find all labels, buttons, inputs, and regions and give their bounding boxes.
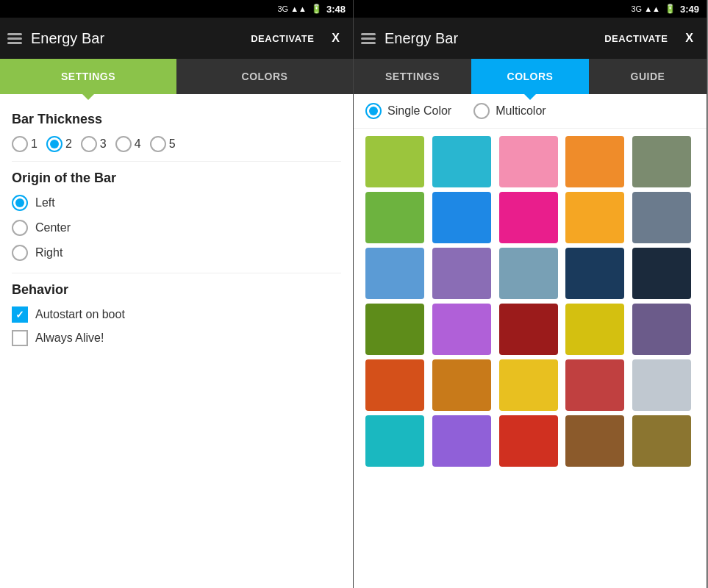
app-title-left: Energy Bar bbox=[31, 30, 239, 47]
color-swatch-0[interactable] bbox=[365, 136, 424, 187]
thickness-5[interactable]: 5 bbox=[150, 136, 176, 152]
right-panel: 3G ▲▲ 🔋 3:49 Energy Bar DEACTIVATE X SET… bbox=[354, 0, 707, 588]
color-grid bbox=[354, 129, 707, 474]
tab-guide-right[interactable]: GUIDE bbox=[589, 59, 707, 94]
time-right: 3:49 bbox=[680, 4, 699, 15]
color-swatch-11[interactable] bbox=[432, 248, 491, 299]
close-button-left[interactable]: X bbox=[326, 27, 346, 49]
color-swatch-2[interactable] bbox=[499, 136, 558, 187]
radio-5[interactable] bbox=[150, 136, 166, 152]
radio-2[interactable] bbox=[46, 136, 62, 152]
app-bar-right: Energy Bar DEACTIVATE X bbox=[354, 18, 707, 59]
always-alive-label: Always Alive! bbox=[35, 331, 104, 345]
multicolor-option[interactable]: Multicolor bbox=[473, 103, 546, 119]
color-swatch-5[interactable] bbox=[365, 192, 424, 243]
autostart-item[interactable]: Autostart on boot bbox=[12, 306, 341, 323]
thickness-3[interactable]: 3 bbox=[81, 136, 107, 152]
app-title-right: Energy Bar bbox=[385, 30, 593, 47]
thickness-4[interactable]: 4 bbox=[115, 136, 141, 152]
radio-multicolor[interactable] bbox=[473, 103, 490, 119]
thickness-group: 1 2 3 4 5 bbox=[12, 136, 341, 152]
color-swatch-19[interactable] bbox=[632, 304, 691, 355]
always-alive-checkbox[interactable] bbox=[12, 330, 28, 346]
color-swatch-26[interactable] bbox=[432, 415, 491, 467]
origin-right[interactable]: Right bbox=[12, 245, 341, 261]
color-swatch-7[interactable] bbox=[499, 192, 558, 243]
tab-bar-left: SETTINGS COLORS bbox=[0, 59, 353, 94]
radio-3[interactable] bbox=[81, 136, 97, 152]
divider-2 bbox=[12, 273, 341, 273]
menu-icon-left bbox=[7, 33, 22, 44]
color-swatch-9[interactable] bbox=[632, 192, 691, 243]
color-swatch-25[interactable] bbox=[365, 415, 424, 467]
single-color-option[interactable]: Single Color bbox=[365, 103, 451, 119]
deactivate-button-right[interactable]: DEACTIVATE bbox=[598, 29, 673, 49]
signal-icon-left: 3G ▲▲ bbox=[277, 4, 307, 13]
single-color-label: Single Color bbox=[387, 104, 451, 118]
color-swatch-13[interactable] bbox=[565, 248, 624, 299]
color-swatch-1[interactable] bbox=[432, 136, 491, 187]
color-swatch-15[interactable] bbox=[365, 304, 424, 355]
color-swatch-12[interactable] bbox=[499, 248, 558, 299]
radio-origin-center[interactable] bbox=[12, 220, 28, 236]
tab-colors-right[interactable]: COLORS bbox=[471, 59, 589, 94]
color-swatch-18[interactable] bbox=[565, 304, 624, 355]
origin-group: Left Center Right bbox=[12, 195, 341, 261]
always-alive-item[interactable]: Always Alive! bbox=[12, 330, 341, 346]
autostart-checkbox[interactable] bbox=[12, 306, 28, 323]
bar-thickness-title: Bar Thickness bbox=[12, 112, 341, 127]
thickness-1[interactable]: 1 bbox=[12, 136, 37, 152]
menu-icon-right bbox=[361, 33, 376, 44]
color-swatch-20[interactable] bbox=[365, 359, 424, 411]
color-swatch-22[interactable] bbox=[499, 359, 558, 411]
time-left: 3:48 bbox=[326, 4, 346, 15]
status-bar-right: 3G ▲▲ 🔋 3:49 bbox=[354, 0, 707, 18]
app-bar-left: Energy Bar DEACTIVATE X bbox=[0, 18, 353, 59]
color-swatch-14[interactable] bbox=[632, 248, 691, 299]
radio-origin-right[interactable] bbox=[12, 245, 28, 261]
color-swatch-10[interactable] bbox=[365, 248, 424, 299]
color-swatch-8[interactable] bbox=[565, 192, 624, 243]
left-panel: 3G ▲▲ 🔋 3:48 Energy Bar DEACTIVATE X SET… bbox=[0, 0, 354, 588]
color-swatch-29[interactable] bbox=[632, 415, 691, 467]
color-swatch-16[interactable] bbox=[432, 304, 491, 355]
close-button-right[interactable]: X bbox=[679, 27, 699, 49]
tab-settings-right[interactable]: SETTINGS bbox=[354, 59, 471, 94]
battery-icon-right: 🔋 bbox=[665, 4, 676, 14]
autostart-label: Autostart on boot bbox=[35, 308, 125, 321]
thickness-2[interactable]: 2 bbox=[46, 136, 72, 152]
radio-1[interactable] bbox=[12, 136, 28, 152]
color-swatch-4[interactable] bbox=[632, 136, 691, 187]
divider-1 bbox=[12, 161, 341, 162]
color-swatch-27[interactable] bbox=[499, 415, 558, 467]
battery-icon-left: 🔋 bbox=[311, 4, 322, 14]
status-bar-left: 3G ▲▲ 🔋 3:48 bbox=[0, 0, 353, 18]
multicolor-label: Multicolor bbox=[496, 104, 546, 118]
tab-colors-left[interactable]: COLORS bbox=[176, 59, 353, 94]
color-swatch-23[interactable] bbox=[565, 359, 624, 411]
signal-icon-right: 3G ▲▲ bbox=[631, 4, 660, 13]
radio-4[interactable] bbox=[115, 136, 132, 152]
color-swatch-3[interactable] bbox=[565, 136, 624, 187]
color-swatch-21[interactable] bbox=[432, 359, 491, 411]
color-swatch-24[interactable] bbox=[632, 359, 691, 411]
origin-title: Origin of the Bar bbox=[12, 171, 341, 186]
radio-origin-left[interactable] bbox=[12, 195, 28, 211]
tab-settings-left[interactable]: SETTINGS bbox=[0, 59, 176, 94]
origin-center[interactable]: Center bbox=[12, 220, 341, 236]
settings-content: Bar Thickness 1 2 3 4 5 bbox=[0, 94, 353, 588]
color-swatch-17[interactable] bbox=[499, 304, 558, 355]
behavior-title: Behavior bbox=[12, 282, 341, 298]
color-swatch-6[interactable] bbox=[432, 192, 491, 243]
tab-bar-right: SETTINGS COLORS GUIDE bbox=[354, 59, 707, 94]
radio-single-color[interactable] bbox=[365, 103, 382, 119]
colors-content: Single Color Multicolor bbox=[354, 94, 707, 588]
color-swatch-28[interactable] bbox=[565, 415, 624, 467]
origin-left[interactable]: Left bbox=[12, 195, 341, 211]
deactivate-button-left[interactable]: DEACTIVATE bbox=[245, 29, 320, 49]
